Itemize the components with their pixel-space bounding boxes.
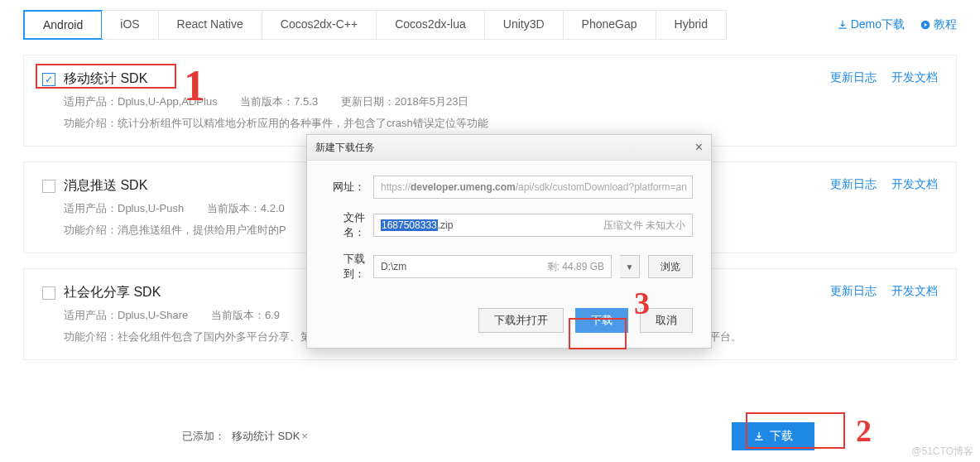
changelog-link[interactable]: 更新日志 [830, 284, 877, 299]
tab-cocos2dx-lua[interactable]: Cocos2dx-lua [377, 11, 485, 39]
download-and-open-button[interactable]: 下载并打开 [478, 308, 564, 333]
sdk-title: 社会化分享 SDK [64, 284, 161, 301]
tab-react-native[interactable]: React Native [159, 11, 262, 39]
products-label: 适用产品： [64, 202, 118, 214]
version-value: 7.5.3 [294, 95, 318, 108]
url-prefix: https:// [381, 181, 411, 193]
tab-cocos2dx-cpp[interactable]: Cocos2dx-C++ [262, 11, 377, 39]
intro-text: 消息推送组件，提供给用户准时的P [118, 224, 286, 236]
close-icon[interactable]: × [695, 140, 703, 155]
products-value: Dplus,U-Share [118, 309, 188, 321]
date-label: 更新日期： [341, 95, 395, 108]
download-button[interactable]: 下载 [732, 422, 814, 450]
products-value: Dplus,U-Push [118, 202, 184, 214]
freespace-hint: 剩: 44.89 GB [547, 260, 604, 274]
download-dialog: 新建下载任务 × 网址： https://developer.umeng.com… [306, 134, 712, 349]
version-label: 当前版本： [207, 202, 261, 214]
tab-phonegap[interactable]: PhoneGap [564, 11, 656, 39]
browse-button[interactable]: 浏览 [648, 255, 693, 278]
changelog-link[interactable]: 更新日志 [830, 177, 877, 192]
intro-label: 功能介绍： [64, 330, 118, 343]
platform-tabs: Android iOS React Native Cocos2dx-C++ Co… [23, 10, 727, 40]
tab-unity3d[interactable]: Unity3D [485, 11, 564, 39]
filename-ext: .zip [438, 219, 454, 231]
sdk-checkbox[interactable] [42, 180, 55, 193]
version-value: 4.2.0 [261, 202, 285, 214]
url-rest: /api/sdk/customDownload?platform=an [516, 181, 687, 193]
download-icon [753, 431, 765, 442]
footer-bar: 已添加： 移动统计 SDK× 下载 [0, 422, 980, 450]
sdk-title: 消息推送 SDK [64, 177, 147, 195]
dialog-download-button[interactable]: 下载 [575, 308, 628, 333]
url-label: 网址： [325, 180, 365, 195]
sdk-card-analytics: ✓ 移动统计 SDK 适用产品：Dplus,U-App,ADPlus 当前版本：… [23, 55, 957, 147]
dialog-titlebar: 新建下载任务 × [307, 135, 711, 161]
download-icon [837, 19, 848, 31]
filename-label: 文件名： [325, 210, 365, 240]
chip-label: 移动统计 SDK [232, 430, 300, 442]
sdk-checkbox[interactable] [42, 286, 55, 300]
date-value: 2018年5月23日 [395, 95, 469, 108]
filename-input[interactable]: 1687508333.zip 压缩文件 未知大小 [373, 214, 693, 237]
tab-android[interactable]: Android [23, 10, 103, 40]
chip-remove-icon[interactable]: × [301, 430, 308, 442]
tab-ios[interactable]: iOS [102, 11, 158, 39]
url-input[interactable]: https://developer.umeng.com/api/sdk/cust… [373, 176, 693, 199]
intro-label: 功能介绍： [64, 224, 118, 236]
path-input[interactable]: D:\zm 剩: 44.89 GB [373, 255, 612, 278]
docs-link[interactable]: 开发文档 [891, 70, 938, 85]
products-label: 适用产品： [64, 309, 118, 321]
sdk-title: 移动统计 SDK [64, 70, 147, 88]
filename-selected: 1687508333 [381, 219, 438, 231]
cancel-button[interactable]: 取消 [640, 308, 693, 333]
products-value: Dplus,U-App,ADPlus [118, 95, 218, 108]
demo-download-label: Demo下载 [851, 17, 905, 32]
products-label: 适用产品： [64, 95, 118, 108]
intro-label: 功能介绍： [64, 117, 118, 129]
path-value: D:\zm [381, 261, 406, 272]
tutorial-label: 教程 [934, 17, 957, 32]
added-label: 已添加： [182, 429, 225, 444]
top-right-links: Demo下载 教程 [837, 17, 957, 32]
docs-link[interactable]: 开发文档 [891, 177, 938, 192]
download-button-label: 下载 [770, 429, 793, 444]
intro-text: 统计分析组件可以精准地分析应用的各种事件，并包含了crash错误定位等功能 [118, 117, 488, 129]
docs-link[interactable]: 开发文档 [891, 284, 938, 299]
version-label: 当前版本： [211, 309, 265, 321]
watermark: @51CTO博客 [911, 445, 973, 459]
dialog-title-text: 新建下载任务 [315, 141, 375, 155]
sdk-checkbox[interactable]: ✓ [42, 73, 55, 86]
tab-hybrid[interactable]: Hybrid [656, 11, 726, 39]
changelog-link[interactable]: 更新日志 [830, 70, 877, 85]
version-label: 当前版本： [240, 95, 294, 108]
top-bar: Android iOS React Native Cocos2dx-C++ Co… [0, 0, 980, 40]
path-dropdown[interactable]: ▼ [620, 255, 640, 278]
demo-download-link[interactable]: Demo下载 [837, 17, 905, 32]
added-chip: 移动统计 SDK× [232, 429, 308, 444]
path-label: 下载到： [325, 252, 365, 282]
version-value: 6.9 [265, 309, 280, 321]
filesize-hint: 压缩文件 未知大小 [603, 219, 685, 233]
play-icon [920, 19, 931, 31]
tutorial-link[interactable]: 教程 [920, 17, 957, 32]
url-host: developer.umeng.com [411, 181, 516, 193]
